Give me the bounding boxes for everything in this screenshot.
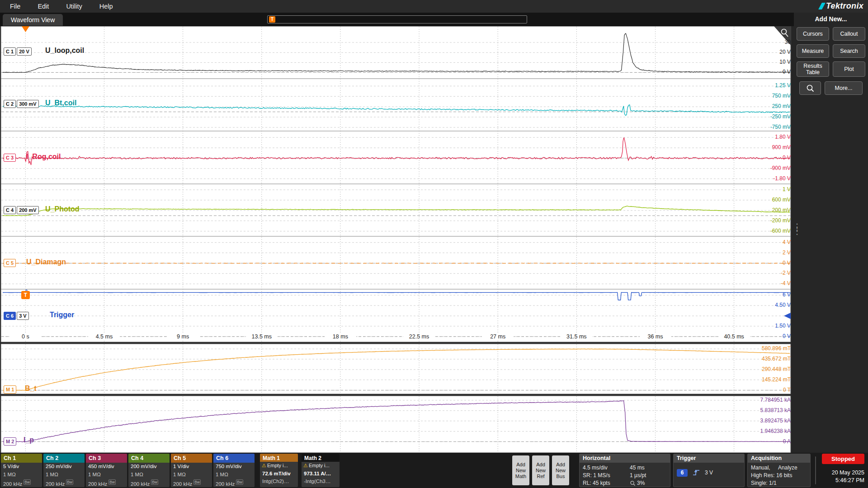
menu-help[interactable]: Help (95, 0, 118, 13)
bandwidth-limit-icon: Bw (151, 479, 158, 485)
add-new-bus-button[interactable]: AddNewBus (552, 455, 569, 485)
math-tile-2[interactable]: Math 2⚠Empty i...973.11 A/…-Intg(Ch3… (302, 454, 340, 487)
badge-chip[interactable]: C 1 (4, 47, 16, 56)
tick-label-c4: -600 mV (770, 228, 791, 234)
acquisition-sequence: Single: 1/1 (751, 479, 807, 487)
channel-tile-row: 250 mV/div (43, 463, 85, 471)
sidebar-button-measure[interactable]: Measure (797, 44, 829, 58)
trigger-source-badge[interactable]: T (21, 291, 30, 299)
more-button[interactable]: More... (825, 81, 863, 95)
zoom-button[interactable] (799, 81, 821, 95)
channel-badge-c4[interactable]: C 4200 mV (4, 206, 40, 214)
channel-settings-tile-5[interactable]: Ch 51 V/div1 MΩ200 kHzBw (171, 454, 212, 487)
graticule-region (1, 396, 791, 453)
minimap-trigger-marker[interactable]: T (269, 16, 275, 23)
badge-chip[interactable]: C 4 (4, 206, 16, 214)
waveform-view: C 120 VU_loop,coil3020 V10 V0 VC 2300 mV… (0, 0, 868, 488)
channel-tile-row: 1 MΩ (43, 471, 85, 479)
channel-badge-m2[interactable]: M 2 (4, 437, 17, 446)
tick-label-m1: 580.896 mT (762, 345, 791, 352)
sidebar-button-cursors[interactable]: Cursors (797, 27, 829, 41)
channel-tile-row: 1 MΩ (1, 471, 42, 479)
sidebar-button-callout[interactable]: Callout (833, 27, 865, 41)
time-label: 0 s (9, 333, 41, 340)
channel-badge-c6[interactable]: C 63 V (4, 312, 30, 320)
tab-waveform-view[interactable]: Waveform View (3, 14, 63, 26)
badge-chip[interactable]: 300 mV (17, 100, 39, 108)
add-new-ref-button[interactable]: AddNewRef (532, 455, 549, 485)
tektronix-logo: Tektronix (820, 1, 863, 11)
tick-label-m2: 7.784951 kA (760, 397, 791, 403)
badge-chip[interactable]: 200 mV (17, 206, 39, 214)
time-label: 40.5 ms (718, 333, 750, 340)
badge-chip[interactable]: M 2 (4, 437, 16, 446)
channel-tile-row: 750 mV/div (213, 463, 255, 471)
math-tile-title: Math 1 (260, 454, 298, 462)
trigger-slope-icon (692, 469, 700, 477)
badge-chip[interactable]: 3 V (17, 312, 29, 320)
add-new-math-button[interactable]: AddNewMath (512, 455, 529, 485)
channel-badge-c5[interactable]: C 5 (4, 259, 17, 267)
trigger-panel[interactable]: Trigger 6 3 V (673, 454, 745, 487)
badge-chip[interactable]: C 5 (4, 259, 16, 267)
tick-label-c4: 200 mV (772, 207, 791, 213)
menu-edit[interactable]: Edit (33, 0, 53, 13)
horizontal-panel[interactable]: Horizontal 4.5 ms/div 45 ms SR: 1 MS/s 1… (579, 454, 670, 487)
bandwidth-limit-icon: Bw (193, 479, 201, 485)
right-control-panel: Add New... CursorsCalloutMeasureSearchRe… (794, 13, 868, 453)
channel-settings-tile-6[interactable]: Ch 6750 mV/div1 MΩ200 kHzBw (213, 454, 255, 487)
channel-settings-tile-4[interactable]: Ch 4200 mV/div1 MΩ200 kHzBw (128, 454, 170, 487)
time-label: 31.5 ms (561, 333, 592, 340)
tick-label-c1: 0 V (783, 69, 791, 75)
menu-utility[interactable]: Utility (61, 0, 86, 13)
channel-tile-title: Ch 4 (128, 454, 170, 463)
acquisition-panel[interactable]: Acquisition Manual, Analyze High Res: 16… (747, 454, 811, 487)
tick-label-c4: -200 mV (770, 217, 791, 224)
time-label: 5:46:27 PM (822, 477, 864, 484)
acquisition-minimap[interactable]: T (267, 15, 527, 23)
sidebar-button-results-table[interactable]: Results Table (797, 61, 829, 77)
tick-label-c2: 1.25 V (775, 82, 791, 89)
tick-label-c6: 1.50 V (775, 323, 791, 329)
badge-chip[interactable]: C 2 (4, 100, 16, 108)
channel-badge-c3[interactable]: C 3 (4, 154, 17, 162)
acquisition-status-stopped[interactable]: Stopped (822, 454, 864, 464)
channel-badge-m1[interactable]: M 1 (4, 385, 17, 394)
trigger-source-channel: 6 (677, 469, 688, 477)
badge-chip[interactable]: 20 V (17, 47, 32, 56)
tick-label-m2: 3.892475 kA (760, 418, 791, 424)
bottom-settings-bar: Horizontal 4.5 ms/div 45 ms SR: 1 MS/s 1… (0, 453, 868, 488)
channel-badge-c1[interactable]: C 120 V (4, 47, 33, 56)
trigger-readout: 6 3 V (674, 467, 744, 478)
math-scale: 973.11 A/… (302, 470, 340, 478)
channel-tile-row: 200 kHzBw (86, 479, 127, 487)
tick-label-c5: -4 V (781, 280, 791, 286)
channel-settings-tile-2[interactable]: Ch 2250 mV/div1 MΩ200 kHzBw (43, 454, 85, 487)
badge-chip[interactable]: C 6 (4, 312, 16, 320)
time-label: 36 ms (640, 333, 671, 340)
side-button-grid: CursorsCalloutMeasureSearchResults Table… (797, 27, 865, 77)
channel-badge-c2[interactable]: C 2300 mV (4, 100, 40, 108)
channel-settings-tile-3[interactable]: Ch 3450 mV/div1 MΩ200 kHzBw (86, 454, 127, 487)
tick-label-m1: 145.224 mT (762, 376, 791, 383)
side-button-row: More... (797, 81, 865, 95)
math-scale: 72.6 mT/div (260, 470, 298, 478)
channel-name-c5: U_Diamagn (26, 258, 66, 266)
badge-chip[interactable]: C 3 (4, 154, 16, 162)
tick-label-c2: -250 mV (770, 113, 791, 120)
channel-name-c4: U_Photod (45, 205, 80, 213)
acquisition-title: Acquisition (748, 454, 810, 463)
horizontal-title: Horizontal (580, 454, 670, 463)
panel-drag-handle[interactable]: ⋮⋮ (793, 225, 802, 233)
bandwidth-limit-icon: Bw (108, 479, 116, 485)
badge-chip[interactable]: M 1 (4, 385, 16, 394)
sidebar-button-plot[interactable]: Plot (833, 61, 865, 77)
channel-settings-tile-1[interactable]: Ch 15 V/div1 MΩ200 kHzBw (1, 454, 42, 487)
tektronix-logo-mark (818, 3, 826, 9)
channel-tile-title: Ch 5 (171, 454, 212, 463)
tick-label-c1: 20 V (779, 49, 791, 55)
math-tile-1[interactable]: Math 1⚠Empty i...72.6 mT/divIntg(Ch2)… (260, 454, 298, 487)
tick-label-c2: 250 mV (772, 103, 791, 109)
menu-file[interactable]: File (5, 0, 25, 13)
sidebar-button-search[interactable]: Search (833, 44, 865, 58)
